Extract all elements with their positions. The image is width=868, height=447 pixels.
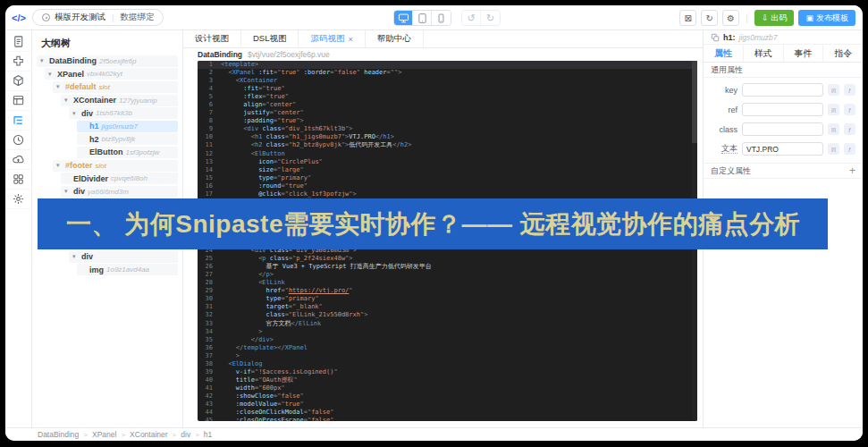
- tree-caret-icon[interactable]: ▾: [72, 253, 79, 260]
- tree-node-div[interactable]: ▾divya66i6md3m: [37, 185, 178, 198]
- editor-tab-帮助中心[interactable]: 帮助中心: [366, 30, 424, 47]
- refresh-button[interactable]: ↻: [701, 10, 718, 26]
- sidebar-item-layout[interactable]: [5, 91, 32, 111]
- project-pill[interactable]: 模版开发测试 | 数据绑定: [32, 9, 164, 26]
- section-general-props[interactable]: 通用属性: [704, 63, 863, 78]
- tree-node-id: slot: [99, 83, 110, 91]
- sidebar-item-blocks[interactable]: [5, 72, 32, 91]
- device-mobile-button[interactable]: [432, 11, 451, 25]
- tree-caret-icon[interactable]: ▾: [56, 162, 63, 169]
- sidebar-item-outline-tree[interactable]: [5, 111, 32, 131]
- publish-template-button[interactable]: ▣ 发布模板: [798, 10, 855, 26]
- tree-node-pill[interactable]: ▾divya66i6md3m: [61, 186, 178, 198]
- editor-scrollbar-thumb[interactable]: [692, 61, 697, 143]
- tree-caret-icon[interactable]: ▾: [64, 188, 71, 195]
- sidebar-item-settings[interactable]: [5, 190, 32, 209]
- line-number: 35: [198, 336, 221, 344]
- redo-button[interactable]: ↻: [481, 11, 500, 25]
- tree-caret-icon[interactable]: ▾: [64, 97, 71, 104]
- sidebar-item-apps[interactable]: [5, 170, 32, 190]
- tree-node-pill[interactable]: ▾h1jigs0muzb7: [77, 121, 178, 132]
- screenshot-root: </> 模版开发测试 | 数据绑定: [0, 0, 868, 447]
- tree-caret-icon[interactable]: ▾: [48, 71, 55, 78]
- tab-close-icon[interactable]: ×: [348, 35, 352, 44]
- breadcrumb-item-XPanel[interactable]: XPanel: [92, 430, 116, 439]
- breadcrumb-item-h1[interactable]: h1: [204, 430, 212, 439]
- tree-caret-icon[interactable]: ▾: [72, 110, 79, 117]
- bind-expression-icon[interactable]: [/]: [828, 143, 839, 155]
- editor-tab-源码视图[interactable]: 源码视图×: [299, 30, 365, 47]
- undo-button[interactable]: ↺: [462, 11, 481, 25]
- project-secondary[interactable]: 数据绑定: [120, 12, 154, 23]
- editor-tab-DSL视图[interactable]: DSL视图: [241, 30, 299, 47]
- project-name[interactable]: 模版开发测试: [55, 12, 105, 23]
- inspector-tab-指令[interactable]: 指令: [823, 45, 863, 62]
- tree-caret-icon[interactable]: ▾: [56, 83, 63, 90]
- editor-tab-设计视图[interactable]: 设计视图: [183, 30, 241, 47]
- inspector-tab-样式[interactable]: 样式: [744, 45, 784, 62]
- bind-expression-icon[interactable]: [/]: [828, 123, 839, 135]
- tree-node-pill[interactable]: ▾XContainer127yjyuanip: [61, 95, 178, 106]
- breadcrumb-item-XContainer[interactable]: XContainer: [130, 430, 168, 439]
- fx-binding-icon[interactable]: ƒ: [844, 143, 855, 155]
- tree-node-pill[interactable]: ▾DataBinding2f5oexjfe6p: [37, 55, 178, 67]
- tree-node-pill[interactable]: ▾#defaultslot: [53, 81, 178, 93]
- tree-caret-icon[interactable]: ▾: [40, 57, 46, 64]
- tree-node-h1[interactable]: ▾h1jigs0muzb7: [37, 120, 178, 133]
- tree-node-pill[interactable]: ▾ElDividercpvqe6i8oh: [61, 173, 178, 184]
- tree-node-div[interactable]: ▾div1tsh67klt3b: [37, 106, 178, 120]
- inspector-tab-事件[interactable]: 事件: [784, 45, 824, 62]
- device-desktop-button[interactable]: [394, 11, 413, 25]
- publish-icon: ▣: [805, 13, 813, 22]
- bind-expression-icon[interactable]: [/]: [828, 84, 839, 96]
- tree-node-pill[interactable]: ▾XPanelvbx4k02kyt: [45, 68, 178, 80]
- tree-node-XContainer[interactable]: ▾XContainer127yjyuanip: [37, 94, 178, 107]
- sidebar-item-components[interactable]: [5, 52, 32, 72]
- tree-node-footer[interactable]: ▾#footerslot: [37, 159, 178, 173]
- tree-node-DataBinding[interactable]: ▾DataBinding2f5oexjfe6p: [37, 55, 178, 68]
- breadcrumb-item-div[interactable]: div: [181, 430, 190, 439]
- breadcrumb-item-DataBinding[interactable]: DataBinding: [38, 430, 79, 439]
- tree-node-pill[interactable]: ▾img1o9z1avd4aa: [77, 264, 178, 275]
- tree-node-pill[interactable]: ▾h2btz8ypv8jk: [77, 133, 178, 145]
- prop-input-文本[interactable]: [742, 142, 823, 156]
- tree-node-pill[interactable]: ▾div1tsh67klt3b: [69, 107, 178, 119]
- fx-binding-icon[interactable]: ƒ: [844, 84, 855, 96]
- tree-node-ElButton[interactable]: ▾ElButton1sf3pofzjw: [37, 146, 178, 159]
- add-prop-button[interactable]: +: [849, 164, 855, 177]
- export-code-button[interactable]: ⇩ 出码: [754, 10, 795, 26]
- sidebar-item-cloud[interactable]: [5, 150, 32, 170]
- bind-expression-icon[interactable]: [/]: [828, 104, 839, 115]
- line-content: <ElLink: [221, 279, 285, 287]
- prop-input-class[interactable]: [742, 122, 823, 136]
- prop-input-ref[interactable]: [742, 103, 823, 116]
- tree-node-h2[interactable]: ▾h2btz8ypv8jk: [37, 133, 178, 147]
- sidebar-item-pages[interactable]: [5, 32, 32, 52]
- tree-node-XPanel[interactable]: ▾XPanelvbx4k02kyt: [37, 68, 178, 81]
- code-line: 30 type="primary": [198, 295, 697, 303]
- code-line: 32 class="ElLink_21v550d8rxh">: [198, 311, 697, 319]
- sidebar-item-history[interactable]: [5, 131, 32, 150]
- tree-node-pill[interactable]: ▾#footerslot: [53, 160, 178, 172]
- code-line: 39 v-if="!$access.isLogined()": [198, 368, 697, 376]
- section-custom-props[interactable]: 自定义属性 +: [704, 164, 863, 179]
- fx-binding-icon[interactable]: ƒ: [844, 104, 855, 115]
- tree-node-img[interactable]: ▾img1o9z1avd4aa: [37, 264, 178, 277]
- tree-node-default[interactable]: ▾#defaultslot: [37, 80, 178, 94]
- line-number: 39: [198, 368, 221, 376]
- breadcrumb-separator: >: [83, 431, 88, 439]
- fx-binding-icon[interactable]: ƒ: [844, 123, 855, 135]
- device-tablet-button[interactable]: [413, 11, 432, 25]
- app-logo-icon[interactable]: </>: [5, 13, 32, 23]
- line-number: 12: [198, 150, 221, 158]
- code-line: 9 <div class="div_1tsh67klt3b">: [198, 125, 697, 133]
- tree-node-div[interactable]: ▾div: [37, 250, 178, 264]
- tree-node-ElDivider[interactable]: ▾ElDividercpvqe6i8oh: [37, 172, 178, 185]
- tree-node-pill[interactable]: ▾ElButton1sf3pofzjw: [77, 147, 178, 158]
- prop-input-key[interactable]: [742, 83, 823, 97]
- fit-canvas-button[interactable]: ⊠: [679, 10, 696, 26]
- settings-button[interactable]: ⚙: [722, 10, 739, 26]
- tree-node-pill[interactable]: ▾div: [69, 251, 178, 263]
- inspector-tab-属性[interactable]: 属性: [704, 45, 744, 62]
- tree-node-id: 127yjyuanip: [119, 97, 157, 105]
